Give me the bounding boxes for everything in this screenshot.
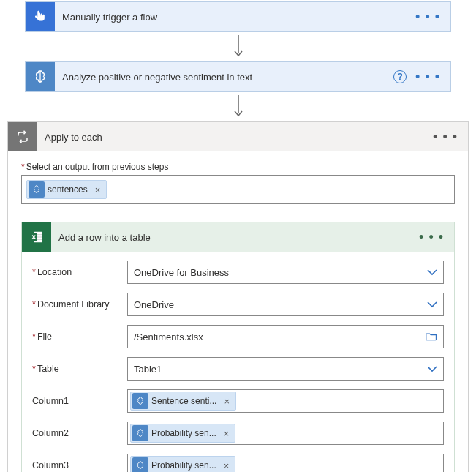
more-icon[interactable]: • • •	[419, 233, 444, 241]
remove-token-icon[interactable]: ×	[221, 396, 235, 407]
step-title: Analyze positive or negative sentiment i…	[55, 72, 393, 83]
step-analyze-sentiment[interactable]: Analyze positive or negative sentiment i…	[25, 61, 451, 92]
table-value: Table1	[134, 364, 427, 375]
action-title: Add a row into a table	[51, 232, 419, 243]
add-row-action: Add a row into a table • • • *Location O…	[21, 222, 455, 472]
more-icon[interactable]: • • •	[433, 133, 458, 141]
loop-icon	[8, 122, 37, 151]
document-library-dropdown[interactable]: OneDrive	[127, 293, 444, 316]
chevron-down-icon[interactable]	[427, 301, 437, 308]
connector-arrow	[4, 92, 472, 121]
connector-arrow	[4, 32, 472, 61]
file-picker[interactable]: /Sentiments.xlsx	[127, 325, 444, 348]
column1-input[interactable]: Sentence senti... ×	[127, 389, 444, 413]
brain-icon	[132, 457, 148, 472]
label-column3: Column3	[32, 460, 127, 471]
more-icon[interactable]: • • •	[415, 13, 440, 20]
token-probability-2[interactable]: Probability sen... ×	[130, 456, 235, 472]
apply-to-each-header[interactable]: Apply to each • • •	[8, 122, 468, 151]
remove-token-icon[interactable]: ×	[221, 460, 235, 471]
excel-icon	[22, 222, 51, 252]
more-icon[interactable]: • • •	[415, 73, 440, 80]
label-location: *Location	[32, 267, 127, 277]
label-column1: Column1	[32, 396, 127, 406]
brain-icon	[132, 393, 148, 409]
token-probability-1[interactable]: Probability sen... ×	[130, 424, 235, 443]
step-manual-trigger[interactable]: Manually trigger a flow • • •	[25, 1, 451, 32]
label-column2: Column2	[32, 428, 127, 438]
apply-to-each-container: Apply to each • • • *Select an output fr…	[7, 121, 469, 472]
location-value: OneDrive for Business	[134, 267, 427, 278]
token-label: sentences	[46, 184, 92, 195]
remove-token-icon[interactable]: ×	[92, 184, 107, 195]
label-file: *File	[32, 331, 127, 342]
token-label: Sentence senti...	[150, 396, 221, 406]
label-table: *Table	[32, 364, 127, 374]
help-icon[interactable]: ?	[393, 70, 407, 83]
folder-icon[interactable]	[426, 331, 437, 342]
loop-title: Apply to each	[37, 132, 433, 143]
chevron-down-icon[interactable]	[427, 269, 437, 276]
table-dropdown[interactable]: Table1	[127, 357, 444, 381]
brain-icon	[29, 181, 45, 198]
token-sentence-sentiment[interactable]: Sentence senti... ×	[130, 392, 236, 411]
token-label: Probability sen...	[150, 460, 221, 471]
token-sentences[interactable]: sentences ×	[26, 180, 107, 199]
add-row-header[interactable]: Add a row into a table • • •	[22, 222, 454, 252]
brain-icon	[132, 425, 148, 441]
label-document-library: *Document Library	[32, 299, 127, 310]
brain-icon	[26, 62, 55, 91]
remove-token-icon[interactable]: ×	[221, 428, 235, 439]
pointer-icon	[26, 2, 55, 31]
token-label: Probability sen...	[150, 428, 221, 438]
column3-input[interactable]: Probability sen... ×	[127, 454, 444, 472]
file-value: /Sentiments.xlsx	[134, 331, 426, 342]
location-dropdown[interactable]: OneDrive for Business	[127, 261, 444, 284]
output-label: *Select an output from previous steps	[21, 162, 455, 172]
output-selector[interactable]: sentences ×	[21, 175, 455, 204]
chevron-down-icon[interactable]	[427, 365, 437, 372]
document-library-value: OneDrive	[134, 299, 427, 310]
step-title: Manually trigger a flow	[55, 12, 415, 23]
column2-input[interactable]: Probability sen... ×	[127, 422, 444, 445]
